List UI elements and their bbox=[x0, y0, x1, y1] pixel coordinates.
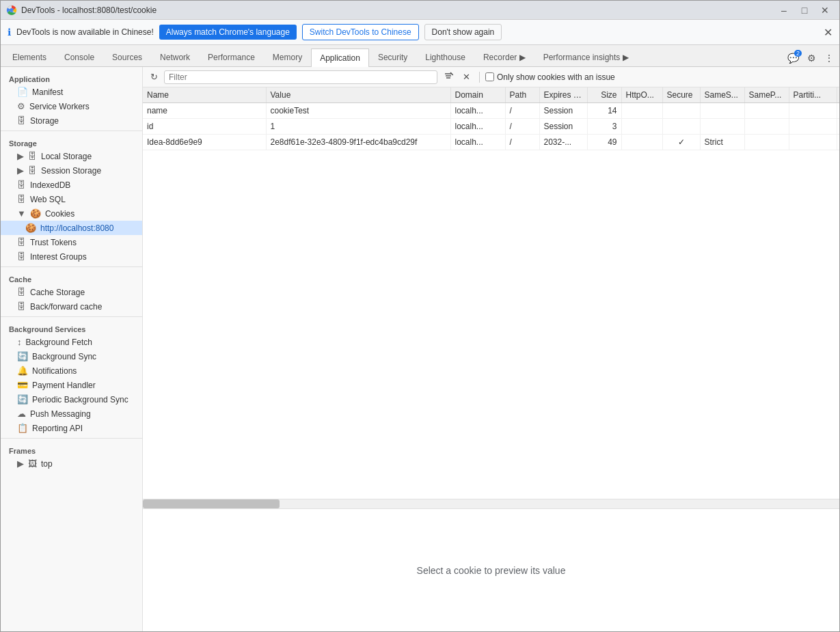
minimize-button[interactable]: – bbox=[775, 3, 793, 17]
col-header-name[interactable]: Name bbox=[143, 87, 266, 103]
refresh-button[interactable]: ↻ bbox=[147, 70, 161, 84]
match-language-button[interactable]: Always match Chrome's language bbox=[159, 25, 297, 40]
sidebar-item-service-workers[interactable]: ⚙ Service Workers bbox=[1, 99, 142, 113]
cookie-expires: Session bbox=[539, 119, 587, 135]
cache-section-label: Cache bbox=[1, 270, 142, 285]
cookies-table-container: Name Value Domain Path Expires / Max-Age… bbox=[143, 87, 839, 499]
scroll-thumb[interactable] bbox=[143, 499, 280, 508]
cookie-samesite bbox=[700, 103, 744, 119]
sidebar-item-label: Storage bbox=[30, 116, 59, 126]
col-header-samesite[interactable]: SameS... bbox=[700, 87, 744, 103]
tab-console[interactable]: Console bbox=[55, 48, 103, 66]
col-header-value[interactable]: Value bbox=[266, 87, 450, 103]
tab-memory[interactable]: Memory bbox=[264, 48, 311, 66]
sidebar-item-label: Manifest bbox=[32, 87, 63, 97]
chat-button[interactable]: 💬 2 bbox=[785, 50, 802, 66]
cookie-samep bbox=[744, 103, 789, 119]
sidebar-item-session-storage[interactable]: ▶ 🗄 Session Storage bbox=[1, 163, 142, 178]
sidebar-item-storage[interactable]: 🗄 Storage bbox=[1, 113, 142, 128]
cookie-value: 2e8df61e-32e3-4809-9f1f-edc4ba9cd29f bbox=[266, 135, 450, 150]
col-header-size[interactable]: Size bbox=[587, 87, 621, 103]
toolbar-separator bbox=[479, 72, 480, 83]
indexeddb-icon: 🗄 bbox=[17, 180, 26, 190]
cookie-priority: Medium bbox=[837, 119, 839, 135]
sidebar-item-trust-tokens[interactable]: 🗄 Trust Tokens bbox=[1, 235, 142, 249]
col-header-path[interactable]: Path bbox=[505, 87, 539, 103]
col-header-httponly[interactable]: HttpO... bbox=[621, 87, 662, 103]
sidebar-item-notifications[interactable]: 🔔 Notifications bbox=[1, 363, 142, 378]
cookie-expires: Session bbox=[539, 103, 587, 119]
sidebar-item-payment-handler[interactable]: 💳 Payment Handler bbox=[1, 378, 142, 392]
more-button[interactable]: ⋮ bbox=[822, 50, 837, 66]
chat-badge: 2 bbox=[794, 50, 802, 57]
tab-lighthouse[interactable]: Lighthouse bbox=[416, 48, 474, 66]
expand-icon: ▶ bbox=[17, 151, 24, 161]
horizontal-scrollbar[interactable] bbox=[143, 499, 839, 508]
sidebar-item-web-sql[interactable]: 🗄 Web SQL bbox=[1, 192, 142, 206]
sidebar-item-reporting-api[interactable]: 📋 Reporting API bbox=[1, 421, 142, 435]
close-filter-button[interactable]: ✕ bbox=[459, 70, 474, 84]
background-sync-icon: 🔄 bbox=[17, 351, 28, 361]
issue-filter-label[interactable]: Only show cookies with an issue bbox=[485, 72, 615, 82]
preview-text: Select a cookie to preview its value bbox=[417, 565, 566, 576]
sidebar-item-back-forward-cache[interactable]: 🗄 Back/forward cache bbox=[1, 299, 142, 314]
maximize-button[interactable]: □ bbox=[796, 3, 813, 17]
clear-icon-button[interactable] bbox=[440, 69, 457, 85]
sidebar-item-interest-groups[interactable]: 🗄 Interest Groups bbox=[1, 249, 142, 264]
info-text: DevTools is now available in Chinese! bbox=[16, 27, 154, 37]
tab-security[interactable]: Security bbox=[369, 48, 416, 66]
sidebar-item-periodic-sync[interactable]: 🔄 Periodic Background Sync bbox=[1, 392, 142, 407]
tab-elements[interactable]: Elements bbox=[3, 48, 55, 66]
issue-filter-checkbox[interactable] bbox=[485, 72, 494, 81]
cookie-samep bbox=[744, 119, 789, 135]
close-button[interactable]: ✕ bbox=[816, 3, 834, 17]
push-messaging-icon: ☁ bbox=[17, 409, 26, 419]
col-header-priority[interactable]: Prior... bbox=[837, 87, 839, 103]
sidebar-item-background-fetch[interactable]: ↕ Background Fetch bbox=[1, 335, 142, 349]
sidebar-item-label: Payment Handler bbox=[32, 381, 96, 390]
col-header-domain[interactable]: Domain bbox=[450, 87, 505, 103]
switch-devtools-button[interactable]: Switch DevTools to Chinese bbox=[302, 24, 419, 40]
table-row[interactable]: name cookieTest localh... / Session 14 M… bbox=[143, 103, 839, 119]
tab-sources[interactable]: Sources bbox=[103, 48, 151, 66]
tab-application[interactable]: Application bbox=[311, 49, 369, 67]
sidebar-item-top[interactable]: ▶ 🖼 top bbox=[1, 456, 142, 471]
sidebar-item-label: Push Messaging bbox=[30, 409, 91, 419]
nav-tabs: Elements Console Sources Network Perform… bbox=[1, 45, 839, 67]
cookie-samesite bbox=[700, 119, 744, 135]
sidebar-item-label: Background Fetch bbox=[26, 338, 92, 347]
sidebar-item-cache-storage[interactable]: 🗄 Cache Storage bbox=[1, 285, 142, 299]
col-header-partition[interactable]: Partiti... bbox=[789, 87, 837, 103]
sidebar-item-push-messaging[interactable]: ☁ Push Messaging bbox=[1, 407, 142, 421]
sidebar-item-cookies-group[interactable]: ▼ 🍪 Cookies bbox=[1, 206, 142, 221]
tab-network[interactable]: Network bbox=[151, 48, 199, 66]
col-header-samep[interactable]: SameP... bbox=[744, 87, 789, 103]
info-icon: ℹ bbox=[8, 27, 11, 38]
sidebar-item-manifest[interactable]: 📄 Manifest bbox=[1, 85, 142, 99]
sidebar-item-indexeddb[interactable]: 🗄 IndexedDB bbox=[1, 178, 142, 192]
table-row[interactable]: id 1 localh... / Session 3 Medium bbox=[143, 119, 839, 135]
tab-performance-insights[interactable]: Performance insights ▶ bbox=[534, 48, 638, 66]
sidebar-item-background-sync[interactable]: 🔄 Background Sync bbox=[1, 349, 142, 363]
storage-icon: 🗄 bbox=[17, 115, 26, 126]
sidebar-item-label: Interest Groups bbox=[30, 252, 87, 262]
dont-show-again-button[interactable]: Don't show again bbox=[424, 24, 502, 40]
sidebar-item-local-storage[interactable]: ▶ 🗄 Local Storage bbox=[1, 149, 142, 163]
cookie-preview-area: Select a cookie to preview its value bbox=[143, 508, 839, 631]
cookies-icon: 🍪 bbox=[30, 208, 41, 219]
settings-button[interactable]: ⚙ bbox=[804, 50, 819, 66]
col-header-secure[interactable]: Secure bbox=[662, 87, 700, 103]
col-header-expires[interactable]: Expires / Max-Age bbox=[539, 87, 587, 103]
tab-performance[interactable]: Performance bbox=[199, 48, 264, 66]
table-row[interactable]: Idea-8dd6e9e9 2e8df61e-32e3-4809-9f1f-ed… bbox=[143, 135, 839, 150]
sidebar-item-localhost-8080[interactable]: 🍪 http://localhost:8080 bbox=[1, 221, 142, 235]
cookie-secure bbox=[662, 119, 700, 135]
tab-recorder[interactable]: Recorder ▶ bbox=[474, 48, 534, 66]
periodic-sync-icon: 🔄 bbox=[17, 394, 28, 404]
background-fetch-icon: ↕ bbox=[17, 337, 22, 347]
frames-section-label: Frames bbox=[1, 441, 142, 456]
info-bar-close-button[interactable]: ✕ bbox=[824, 26, 832, 39]
window-title: DevTools - localhost:8080/test/cookie bbox=[21, 5, 157, 15]
filter-input[interactable] bbox=[164, 70, 437, 84]
cookie-priority: Medium bbox=[837, 103, 839, 119]
